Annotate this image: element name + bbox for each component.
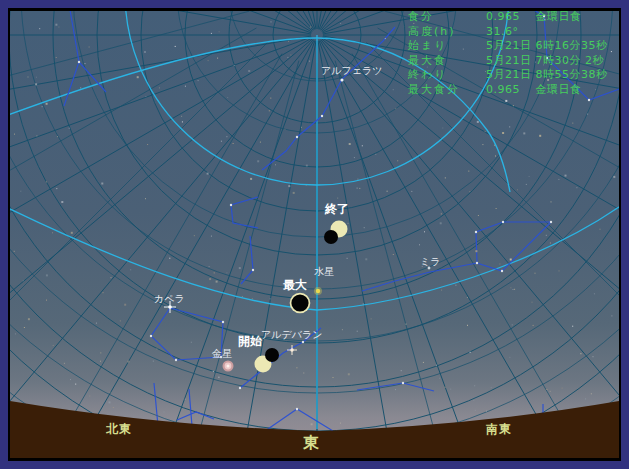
- info-value: 5月21日 6時16分35秒: [486, 39, 608, 54]
- planet-label-mercury: 水星: [314, 266, 334, 277]
- info-row-max-time: 最大食 5月21日 7時30分 2秒: [408, 54, 626, 69]
- planet-label-venus: 金星: [212, 348, 232, 359]
- eclipse-label-max: 最大: [283, 279, 307, 291]
- info-label: 最大食: [408, 54, 447, 69]
- mira-star: [428, 267, 431, 270]
- info-row-start-time: 始まり 5月21日 6時16分35秒: [408, 39, 626, 54]
- direction-label-southeast: 南東: [486, 423, 512, 436]
- info-value: 0.965 金環日食: [486, 10, 582, 25]
- eclipse-label-end: 終了: [325, 203, 349, 215]
- direction-label-east: 東: [303, 436, 320, 449]
- info-label: 食分: [408, 10, 434, 25]
- info-row-altitude: 高度(h) 31.6°: [408, 25, 626, 40]
- star-label-mira: ミラ: [420, 256, 440, 267]
- info-row-magnitude: 食分 0.965 金環日食: [408, 10, 626, 25]
- info-row-end-time: 終わり 5月21日 8時55分38秒: [408, 68, 626, 83]
- info-label: 終わり: [408, 68, 448, 83]
- mercury-marker: [314, 287, 322, 295]
- venus-marker: [223, 361, 234, 372]
- direction-label-northeast: 北東: [106, 423, 132, 436]
- info-value: 31.6°: [486, 25, 519, 40]
- info-label: 始まり: [408, 39, 448, 54]
- star-label-aldebaran: アルデバラン: [261, 329, 322, 340]
- eclipse-info-panel: 食分 0.965 金環日食 高度(h) 31.6° 始まり 5月21日 6時16…: [408, 10, 626, 98]
- alpheratz-star: [340, 78, 343, 81]
- info-row-max-magnitude: 最大食分 0.965 金環日食: [408, 83, 626, 98]
- planetarium-window: 食分 0.965 金環日食 高度(h) 31.6° 始まり 5月21日 6時16…: [0, 0, 629, 469]
- star-label-alpheratz: アルフェラツ: [321, 65, 382, 76]
- info-value: 0.965 金環日食: [486, 83, 582, 98]
- eclipse-max-marker: [290, 293, 311, 314]
- info-value: 5月21日 8時55分38秒: [486, 68, 608, 83]
- info-value: 5月21日 7時30分 2秒: [486, 54, 604, 69]
- info-label: 最大食分: [408, 83, 460, 98]
- info-label: 高度(h): [408, 25, 456, 40]
- star-label-capella: カペラ: [154, 293, 185, 304]
- eclipse-label-start: 開始: [238, 335, 262, 347]
